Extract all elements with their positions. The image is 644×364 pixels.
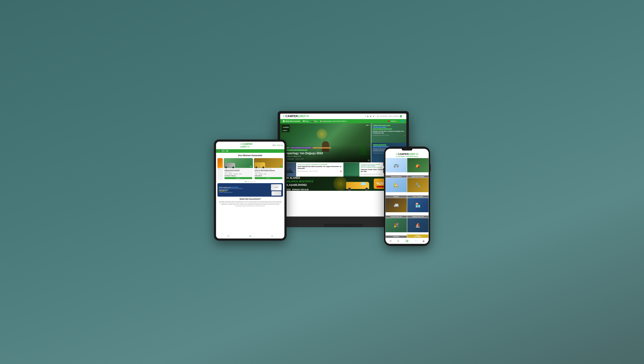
ad-text: Alman markası olan WEINSBERG Karavan mod… <box>219 187 270 193</box>
nav-item-blog-hub[interactable]: 📝 Blog Hub Anasayfa <box>283 120 300 122</box>
mobile-bottom-nav: ⊟ ☰ ⊞ ♡ ◉ <box>386 238 429 244</box>
featured-main-article[interactable]: <CAMPERLOGY/> BİYOGRAFİ KAMP VE KARAVAN … <box>280 123 371 162</box>
social-facebook[interactable]: f <box>366 115 366 117</box>
camera-icon: 📷 <box>368 159 370 161</box>
author-name: camperlogy <box>287 158 294 159</box>
dot-1[interactable] <box>245 181 246 182</box>
logo-angle-left: < <box>240 143 242 145</box>
search-bar[interactable]: 🔍 ▶ <box>375 115 404 118</box>
table-row[interactable]: 5.0 DİRİLİŞ MAH. KARADENİZ CAD. ANKARA S… <box>254 158 283 180</box>
feature-item: 4+ Yatak <box>233 173 238 175</box>
article-1-title: 2025 Dağcılık İçin İdeal Zamanlar: En Uy… <box>298 165 342 170</box>
list-item[interactable]: 🚌 Karavan Kiralama <box>386 158 407 178</box>
list-item[interactable]: ⛺ Kamp Alanı Kiralama <box>407 158 429 178</box>
list-item[interactable]: ⛵ YAKINDA! Yat Kiralama <box>407 218 429 238</box>
slide-dot[interactable] <box>366 125 367 126</box>
list-item[interactable]: 🏡 Bungalov <box>386 178 407 198</box>
mobile-nav-favorites[interactable]: ♡ <box>415 240 417 242</box>
card-badge-1: 5.0 <box>250 166 252 167</box>
nav-item-language[interactable]: 🇹🇷 Türkçe ▾ <box>388 120 396 122</box>
article-1-date: Kasım 30, 2024 <box>309 170 318 172</box>
social-youtube[interactable]: ▶ <box>367 115 368 117</box>
article-2-author-icon: ◉ <box>361 173 362 175</box>
logo-angle-right: /> <box>248 145 250 148</box>
article-2-date: Kasım 18, 2024 <box>372 173 381 175</box>
bottom-nav-shield[interactable]: 🛡 <box>227 235 230 238</box>
list-item[interactable]: 🔧 Servis / Hizmetler <box>407 178 429 198</box>
dot-8[interactable] <box>255 181 256 182</box>
sidebar-card-1[interactable]: ARDENİZ BÖLGESİ KAMP ALANLARI BÖLGESEL K… <box>371 123 406 143</box>
card-price-2: ₺ 230.000,00 <box>255 175 282 176</box>
table-row[interactable]: Tiny <box>218 158 223 180</box>
article-2-author: Camperlogy-Hub <box>362 173 372 175</box>
login-btn[interactable]: Giriş Yap <box>277 145 283 146</box>
sidebar-tag-4: DERNEKLEr VE ÜYELİKLER <box>373 144 386 146</box>
tablet-nav-search[interactable]: 🔍 <box>222 150 225 152</box>
mobile-device: < CAMPERLOGY /> AL-SAT-KİRALA - MACERANA… <box>384 147 430 246</box>
mobile-screen: < CAMPERLOGY /> AL-SAT-KİRALA - MACERANA… <box>386 149 429 244</box>
mobile-logo: < CAMPERLOGY /> <box>387 153 427 155</box>
search-input[interactable] <box>380 116 399 117</box>
nav-item-platform[interactable]: 🏠 Camperlogy Al-Sat-Kirala Platform <box>320 120 347 122</box>
social-tiktok[interactable]: ɸ <box>373 115 374 117</box>
grid-label-7: Etkinlikler <box>386 236 407 238</box>
dot-7[interactable] <box>254 181 254 182</box>
carousel-dots <box>218 181 283 182</box>
nav-label-language: Türkçe <box>390 120 395 122</box>
mobile-nav-grid[interactable]: ⊞ <box>405 239 409 243</box>
tablet-nav-map[interactable]: 🗺 <box>226 150 228 152</box>
article-2-image <box>344 162 360 176</box>
tablet-logo: < CAMPERLOGY /> <box>240 143 252 148</box>
table-row[interactable]: 5.0 YAVUZ SULTAN SELİM BLV, İSTANBUL GRE… <box>224 158 253 180</box>
tag-vlog[interactable]: KAMP VE KARAVAN VLOG VE BLOGLARI <box>290 147 312 148</box>
slide-dot[interactable] <box>368 125 370 126</box>
dot-6[interactable] <box>252 181 253 182</box>
website-nav: 📝 Blog Hub Anasayfa 📖 Blog 🎬 Vlog 🏠 Camp… <box>280 119 406 123</box>
ad-image-section: AGUS <box>271 184 282 196</box>
grid-img-content-2: ⛺ <box>407 158 428 172</box>
website-logo: < CAMPERLOGY /> <box>283 115 309 118</box>
article-1[interactable]: DAĞCILIK VE TREKKING + MOTOSİKLET VE STR… <box>280 162 344 176</box>
card-features-1: Dizel Manuel 4+ Yatak 3 Kişi <box>224 173 252 175</box>
featured-tags: BİYOGRAFİ KAMP VE KARAVAN VLOG VE BLOGLA… <box>282 147 369 148</box>
tablet-menu-btn[interactable]: ☰ <box>218 144 221 146</box>
list-item[interactable]: 🚐 Karavan Pazar Yeri <box>386 198 407 218</box>
grid-label-1: Karavan Kiralama <box>386 175 407 178</box>
bottom-nav-alert[interactable]: ⚠ <box>271 235 273 238</box>
grid-label-4: Servis / Hizmetler <box>407 196 428 198</box>
sidebar-card-top-content: ARDENİZ BÖLGESİ KAMP ALANLARI BÖLGESEL K… <box>371 123 406 143</box>
dot-5[interactable] <box>250 181 252 182</box>
tablet-nav-home[interactable]: 🏠 <box>218 150 221 152</box>
card-address-1: YAVUZ SULTAN SELİM BLV, İSTANBUL <box>224 168 252 170</box>
nav-label-platform: Camperlogy Al-Sat-Kirala Platform <box>322 120 347 122</box>
article-1-body: DAĞCILIK VE TREKKING + MOTOSİKLET VE STR… <box>296 162 343 176</box>
article-1-bookmark[interactable]: 🔖 <box>340 170 342 172</box>
van-wheel-1 <box>348 188 351 191</box>
card-detail-btn-1[interactable]: İncele 🔍 <box>224 177 252 179</box>
search-submit-icon[interactable]: ▶ <box>400 115 402 117</box>
nav-item-blog[interactable]: 📖 Blog <box>303 120 308 122</box>
shield-icon: 🛡 <box>227 235 230 238</box>
ad-sub2: YÜKSEK CARBONE 400 LA <box>219 192 270 193</box>
dot-4[interactable] <box>249 181 250 182</box>
tag-topluluk[interactable]: KAMPÇI TOPLULUK VE GRUPLAR <box>312 147 331 148</box>
dot-3[interactable] <box>248 181 249 182</box>
nav-item-vlog[interactable]: 🎬 Vlog <box>311 120 317 122</box>
list-item[interactable]: 🎉 Etkinlikler <box>386 218 407 238</box>
language-selector[interactable]: TR ▾ <box>272 144 276 146</box>
mobile-nav-home[interactable]: ⊟ <box>390 240 392 242</box>
bottom-nav-balance[interactable]: ⚖ <box>249 235 252 238</box>
sidebar-tag-5: KAMP VE KARAVAN DERNEKLERİ <box>373 146 389 147</box>
ad-secondary-text: SİZDE BURADA YER ALIN <box>286 188 313 191</box>
social-instagram[interactable]: ◉ <box>370 115 372 117</box>
mobile-nav-profile[interactable]: ◉ <box>422 240 424 242</box>
grid-img-servis: 🔧 <box>407 178 428 192</box>
list-item[interactable]: 🏪 Tedarikçi Pazar Yeri <box>407 198 429 218</box>
mobile-nav-list[interactable]: ☰ <box>397 240 400 242</box>
ad-text-line3: ULAŞABİLİRSİNİZ <box>286 184 307 186</box>
bookmark-icon-1[interactable]: 🔖 <box>404 134 405 136</box>
card-detail-btn-2[interactable]: İncele 🔍 <box>255 177 282 179</box>
img-overlay <box>344 175 360 176</box>
slide-dot[interactable] <box>367 125 368 126</box>
dot-2[interactable] <box>246 181 247 182</box>
